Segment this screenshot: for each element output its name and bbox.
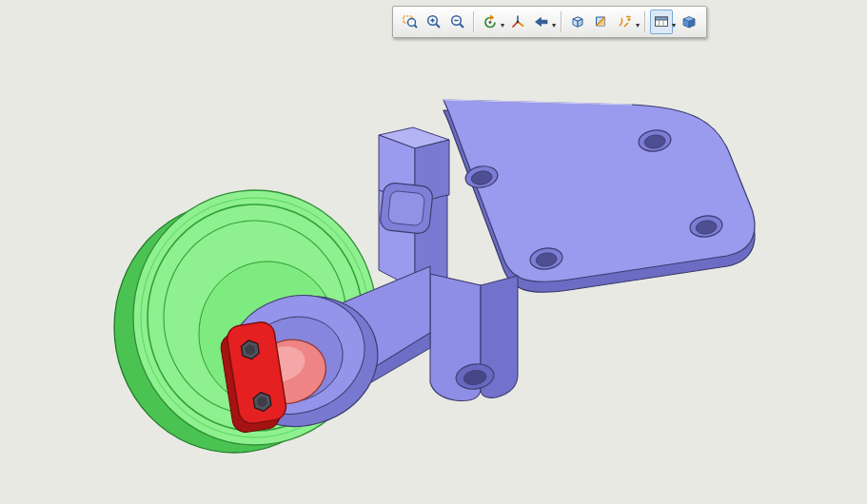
section-view-icon [593,13,610,30]
dropdown-arrow-icon[interactable]: ▾ [636,22,640,29]
previous-view-icon [533,13,550,30]
shaded-with-edges-icon [680,13,698,30]
zoom-in-button[interactable] [423,10,445,34]
dropdown-arrow-icon[interactable]: ▾ [672,22,676,29]
toolbar-separator [644,11,646,32]
zoom-to-area-button[interactable] [399,10,422,34]
web-pocket-inner [387,190,424,226]
dropdown-arrow-icon[interactable]: ▾ [552,22,556,29]
shaded-with-edges-button[interactable] [678,10,700,34]
zoom-out-button[interactable] [446,10,469,34]
view-settings-button[interactable] [650,10,673,34]
sketch-entities-button[interactable] [614,10,637,34]
axes-triad-button[interactable] [506,10,529,34]
model-canvas[interactable] [0,0,867,504]
previous-view-button[interactable] [530,10,553,34]
standard-views-button[interactable] [566,10,589,34]
toolbar-separator [561,11,562,32]
rotate-view-button[interactable] [479,10,502,34]
sketch-entities-icon [617,13,634,30]
rotate-view-icon [482,13,499,30]
axes-triad-icon [509,13,526,30]
zoom-out-icon [449,13,466,30]
zoom-to-area-icon [402,13,419,30]
section-view-button[interactable] [590,10,613,34]
toolbar-separator [473,11,475,32]
dropdown-arrow-icon[interactable]: ▾ [501,22,504,29]
view-settings-icon [653,13,670,30]
zoom-in-icon [425,13,443,30]
standard-views-icon [569,13,586,30]
view-toolbar: ▾ ▾ [392,6,707,38]
